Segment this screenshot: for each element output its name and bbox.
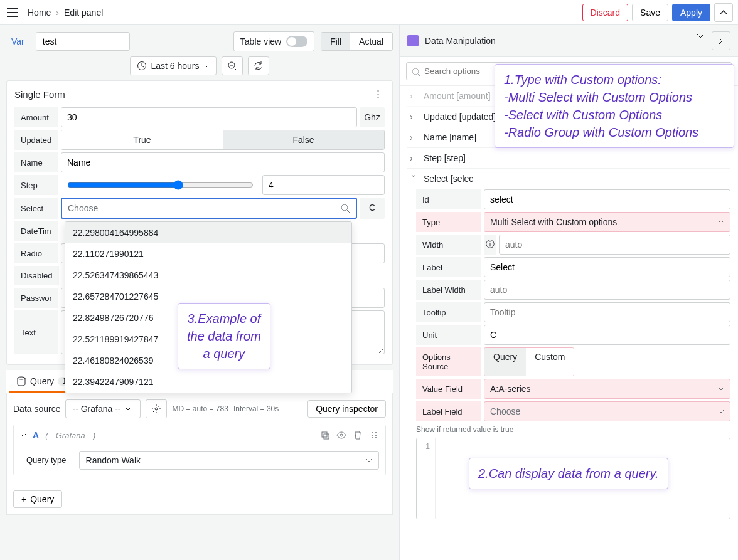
updated-true-button[interactable]: True (62, 130, 223, 149)
step-slider[interactable] (67, 180, 254, 190)
dropdown-option[interactable]: 22.110271990121 (65, 243, 351, 265)
breadcrumb: Home › Edit panel (28, 8, 103, 18)
apply-button[interactable]: Apply (672, 4, 710, 21)
dropdown-option[interactable]: 22.39422479097121 (65, 371, 351, 393)
svg-point-14 (412, 68, 419, 75)
field-labelwidth-input[interactable] (484, 280, 730, 300)
option-select[interactable]: Select [selec (424, 174, 473, 184)
var-input[interactable] (36, 32, 130, 51)
visualization-title: Data Manipulation (425, 36, 496, 46)
updated-label: Updated (14, 130, 58, 150)
name-input[interactable] (61, 152, 385, 172)
search-icon (411, 67, 421, 77)
query-row-ds: (-- Grafana --) (45, 431, 95, 440)
field-unit-label: Unit (416, 325, 481, 345)
table-view-label: Table view (240, 36, 281, 46)
breadcrumb-home[interactable]: Home (28, 8, 51, 18)
annotation-3: 3.Example of the data from a query (178, 303, 270, 369)
field-labelwidth-label: Label Width (416, 280, 481, 300)
save-button[interactable]: Save (632, 4, 668, 21)
breadcrumb-current: Edit panel (64, 8, 103, 18)
database-icon (16, 376, 26, 386)
field-unit-input[interactable] (484, 325, 730, 345)
panel-single-form: Single Form ⋮ Amount Ghz Updated True Fa… (6, 80, 393, 365)
password-label: Passwor (14, 288, 58, 308)
step-value-input[interactable] (262, 175, 385, 195)
table-view-toggle[interactable]: Table view (233, 31, 314, 51)
discard-button[interactable]: Discard (582, 4, 628, 21)
optsrc-query-button[interactable]: Query (484, 348, 526, 376)
querytype-select[interactable]: Random Walk (79, 451, 379, 470)
info-icon[interactable]: ⓘ (484, 235, 496, 255)
datasource-label: Data source (13, 404, 60, 414)
option-amount[interactable]: Amount [amount] (424, 91, 491, 101)
copy-icon[interactable] (320, 430, 330, 440)
md-info: MD = auto = 783 (172, 404, 228, 413)
chevron-down-icon[interactable] (693, 31, 708, 50)
plugin-icon (407, 35, 419, 46)
chevron-down-icon (366, 458, 372, 462)
refresh-button[interactable] (248, 56, 269, 75)
updated-false-button[interactable]: False (223, 130, 384, 149)
drag-icon[interactable] (369, 430, 379, 440)
field-label-input[interactable] (484, 257, 730, 277)
field-id-label: Id (416, 189, 481, 209)
field-valuefield-select[interactable]: A:A-series (484, 379, 730, 399)
chevron-up-icon[interactable] (714, 3, 733, 22)
radio-label: Radio (14, 243, 58, 263)
amount-input[interactable] (61, 107, 357, 127)
option-step[interactable]: Step [step] (424, 153, 466, 163)
query-inspector-button[interactable]: Query inspector (308, 400, 386, 418)
menu-icon[interactable] (5, 5, 20, 20)
add-query-button[interactable]: +Query (13, 490, 62, 508)
chevron-down-icon[interactable] (20, 433, 26, 437)
name-label: Name (14, 152, 58, 172)
option-name[interactable]: Name [name] (424, 132, 476, 142)
select-label: Select (14, 198, 58, 219)
chevron-down-icon (718, 220, 724, 224)
query-row-letter: A (33, 430, 39, 440)
step-label: Step (14, 175, 58, 195)
refresh-icon (254, 61, 264, 71)
field-labelfield-select[interactable]: Choose (484, 401, 730, 421)
chevron-down-icon (718, 387, 724, 391)
select-dropdown[interactable]: Choose (61, 198, 357, 219)
svg-point-8 (372, 432, 373, 433)
svg-point-7 (340, 434, 343, 436)
field-labelfield-label: Label Field (416, 401, 481, 421)
optsrc-custom-button[interactable]: Custom (526, 348, 574, 376)
field-type-select[interactable]: Multi Select with Custom options (484, 212, 730, 232)
field-tooltip-input[interactable] (484, 302, 730, 322)
actual-button[interactable]: Actual (350, 33, 392, 50)
field-id-input[interactable] (484, 189, 730, 209)
chevron-down-icon (203, 64, 210, 68)
datasource-settings-button[interactable] (146, 399, 167, 418)
querytype-label: Query type (20, 450, 73, 470)
dropdown-option[interactable]: 22.526347439865443 (65, 265, 351, 286)
field-width-label: Width (416, 235, 481, 255)
code-gutter: 1 (417, 438, 436, 519)
showif-hint: Show if returned value is true (416, 425, 730, 434)
amount-label: Amount (14, 107, 58, 127)
chevron-right-icon[interactable] (712, 31, 730, 50)
field-type-label: Type (416, 212, 481, 232)
zoom-out-button[interactable] (222, 56, 243, 75)
field-tooltip-label: Tooltip (416, 302, 481, 322)
option-updated[interactable]: Updated [updated] (424, 112, 496, 122)
datasource-select[interactable]: -- Grafana -- (65, 399, 141, 418)
field-width-input[interactable] (499, 235, 730, 255)
annotation-1: 1.Type with Custom options: -Multi Selec… (495, 64, 734, 148)
select-unit: C (360, 198, 385, 219)
search-icon (340, 203, 350, 213)
eye-icon[interactable] (336, 430, 346, 440)
trash-icon[interactable] (353, 430, 363, 440)
time-range-picker[interactable]: Last 6 hours (130, 56, 216, 75)
fit-mode-group: Fill Actual (321, 32, 393, 51)
clock-icon (137, 61, 147, 71)
field-valuefield-label: Value Field (416, 379, 481, 399)
disabled-label: Disabled (14, 266, 59, 285)
annotation-2: 2.Can display data from a query. (469, 458, 668, 489)
fill-button[interactable]: Fill (321, 33, 350, 50)
dropdown-option[interactable]: 22.298004164995884 (65, 222, 351, 243)
panel-menu-icon[interactable]: ⋮ (371, 87, 385, 101)
